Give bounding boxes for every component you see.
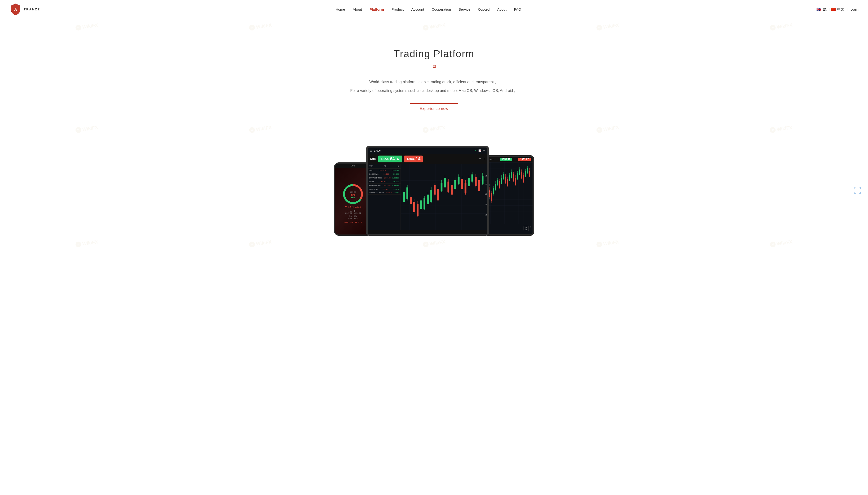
watermark-item: W WikiFX	[422, 124, 446, 133]
nav-item-about2[interactable]: About	[497, 7, 506, 12]
list-header: 品种 卖 买	[368, 164, 401, 169]
nav-item-home[interactable]: Home	[336, 7, 345, 12]
svg-text:1353: 1353	[485, 192, 487, 195]
candlestick-chart-area: 1355 1354 1353 1352 1350	[401, 164, 487, 230]
watermark-item: W WikiFX	[249, 22, 272, 31]
brand-name-block: TRANZZ	[24, 7, 40, 11]
nav-item-about1[interactable]: About	[353, 7, 362, 12]
watermark-item: W WikiFX	[249, 124, 272, 133]
wikifx-badge: W	[75, 241, 82, 248]
buy-price-main: 1353.	[381, 157, 389, 161]
nav-link-about1[interactable]: About	[353, 7, 362, 11]
watermark-item: W WikiFX	[596, 22, 619, 31]
nav-link-account[interactable]: Account	[411, 7, 424, 11]
watermark-item: W WikiFX	[422, 22, 446, 31]
watermark-row-1: W WikiFX W WikiFX W WikiFX W WikiFX W Wi…	[0, 19, 868, 34]
svg-rect-113	[860, 187, 861, 189]
hero-divider: 🖥	[5, 64, 863, 69]
devices-section: Gold 卖比率 34% 66% ▼ -13.46 -0.98% A B 1	[0, 146, 868, 236]
instrument-row: Gold 1353.64 1354.14	[368, 169, 401, 172]
svg-text:A: A	[14, 7, 17, 11]
brand-logo: A	[10, 3, 22, 16]
hero-desc-2: For a variety of operating systems such …	[5, 87, 863, 94]
watermark-item: W WikiFX	[770, 124, 793, 133]
watermark-row-3: W WikiFX W WikiFX W WikiFX W WikiFX W Wi…	[0, 236, 868, 251]
nav-link-service[interactable]: Service	[458, 7, 470, 11]
svg-rect-7	[401, 164, 487, 230]
watermark-item: W WikiFX	[596, 239, 619, 248]
svg-text:1354: 1354	[485, 183, 487, 185]
buy-price-box: 1353.64 ▲	[378, 156, 402, 163]
chart-area-wrapper: 品种 卖 买 Gold 1353.64 1354.14 Oil-20Mar14 …	[368, 164, 487, 230]
nav-item-product[interactable]: Product	[391, 7, 404, 12]
hero-section: Trading Platform 🖥 World-class trading p…	[0, 34, 868, 121]
watermark-item: W WikiFX	[422, 239, 446, 248]
nav-link-cooperation[interactable]: Cooperation	[432, 7, 451, 11]
camera-area: ⊙ ✏	[486, 225, 533, 232]
right-tablet-device: -13.51 1353.47 1353.97	[484, 155, 534, 236]
candlestick-chart-svg: 1355 1354 1353 1352 1350	[401, 164, 487, 230]
watermark-item: W WikiFX	[596, 124, 619, 133]
wikifx-badge: W	[75, 24, 82, 31]
nav-link-quoted[interactable]: Quoted	[478, 7, 489, 11]
lang-en-label[interactable]: EN	[822, 7, 827, 11]
tablet-time: 17:06	[374, 149, 473, 152]
nav-item-platform[interactable]: Platform	[369, 7, 384, 12]
language-switcher[interactable]: 🇬🇧 EN | 🇨🇳 中文	[816, 7, 844, 12]
svg-text:34%: 34%	[351, 194, 355, 196]
right-price-box: 1353.47	[500, 158, 512, 161]
camera-icon: ⊙	[523, 226, 529, 231]
nav-item-cooperation[interactable]: Cooperation	[432, 7, 451, 12]
wikifx-badge: W	[770, 127, 776, 133]
bottom-prices: -3.48 -3.4 34 37.7	[344, 221, 362, 223]
phone-title-bar: Gold	[335, 164, 371, 168]
nav-item-faq[interactable]: FAQ	[514, 7, 521, 12]
wikifx-badge: W	[596, 241, 602, 248]
right-sell-price: 1353.47	[502, 158, 510, 161]
main-content: W WikiFX W WikiFX W WikiFX W WikiFX W Wi…	[0, 19, 868, 495]
nav-link-product[interactable]: Product	[391, 7, 404, 11]
scan-target-icon	[854, 187, 861, 195]
nav-link-home[interactable]: Home	[336, 7, 345, 11]
svg-rect-117	[860, 192, 861, 193]
watermark-row-2: W WikiFX W WikiFX W WikiFX W WikiFX W Wi…	[0, 121, 868, 136]
watermark-item: W WikiFX	[75, 239, 98, 248]
nav-link-about2[interactable]: About	[497, 7, 506, 11]
plus-icon: +	[483, 157, 485, 160]
login-button[interactable]: Login	[851, 7, 858, 11]
wikifx-badge: W	[75, 127, 82, 133]
main-nav: Home About Platform Product Account Coop…	[336, 7, 521, 12]
pencil2-icon: ✏	[530, 226, 532, 231]
experience-now-button[interactable]: Experience now	[410, 103, 458, 114]
instrument-name: Gold	[370, 157, 377, 160]
right-tablet-header: -13.51 1353.47 1353.97	[486, 157, 533, 163]
wikifx-badge: W	[422, 127, 429, 133]
instrument-header: Gold 1353.64 ▲ 1354.14 ✏ +	[368, 154, 487, 164]
tablet-top-bar: ☰ 17:06 ● 📈 ✏	[368, 148, 487, 154]
en-flag-icon: 🇬🇧	[816, 7, 821, 12]
divider-line-right	[439, 67, 467, 67]
nav-link-platform[interactable]: Platform	[369, 7, 384, 11]
watermark-item: W WikiFX	[75, 22, 98, 31]
zh-flag-icon: 🇨🇳	[831, 7, 836, 12]
wikifx-badge: W	[596, 127, 602, 133]
nav-link-faq[interactable]: FAQ	[514, 7, 521, 11]
sell-price-box: 1354.14	[404, 156, 423, 163]
instrument-row: Oil-20Mar14 99.535 99.585	[368, 172, 401, 176]
brand-name: TRANZZ	[24, 7, 40, 11]
svg-rect-115	[854, 192, 854, 193]
lang-zh-label[interactable]: 中文	[837, 7, 844, 12]
instrument-row: Silver 20.794 20.839	[368, 180, 401, 184]
wikifx-badge: W	[249, 241, 255, 248]
nav-item-quoted[interactable]: Quoted	[478, 7, 489, 12]
page-title: Trading Platform	[5, 48, 863, 59]
gauge-display: 卖比率 34% 66% ▼ -13.46 -0.98% A B 1 367.88…	[335, 168, 371, 236]
instrument-row: EUR/USD 1.39183 1.39202	[368, 187, 401, 191]
nav-item-service[interactable]: Service	[458, 7, 470, 12]
wikifx-badge: W	[422, 241, 429, 248]
monitor-icon: 🖥	[432, 64, 436, 69]
wikifx-badge: W	[770, 241, 776, 248]
price-labels: A B 1 367.88 1 351.32 卖X 买X 982 982	[345, 210, 361, 220]
gauge-svg: 卖比率 34% 66%	[342, 184, 364, 205]
nav-item-account[interactable]: Account	[411, 7, 424, 12]
